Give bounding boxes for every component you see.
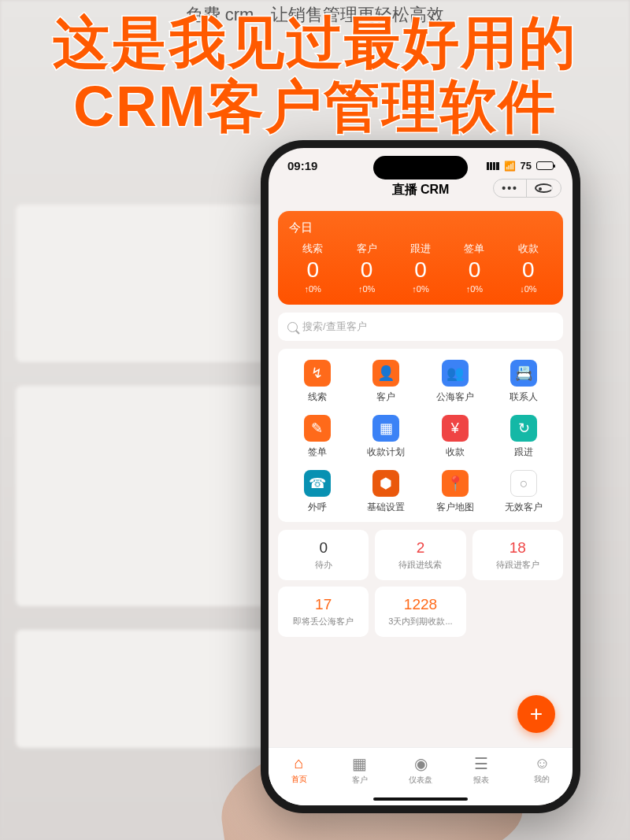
task-tiles-row-1: 0 待办2 待跟进线索18 待跟进客户 — [278, 530, 563, 580]
tab-label: 仪表盘 — [409, 775, 432, 784]
tile-number: 0 — [283, 539, 364, 557]
quick-item-label: 联系人 — [490, 390, 559, 404]
quick-item-label: 跟进 — [490, 446, 559, 459]
stat-label: 客户 — [339, 242, 393, 256]
app-header: 直播 CRM ••• — [269, 176, 573, 206]
quick-item-客户[interactable]: 👤 客户 — [352, 360, 421, 404]
tab-icon: ⌂ — [269, 754, 329, 772]
quick-item-签单[interactable]: ✎ 签单 — [283, 415, 352, 459]
tab-我的[interactable]: ☺我的 — [512, 748, 573, 796]
stat-label: 收款 — [502, 242, 555, 256]
quick-item-label: 签单 — [283, 446, 352, 459]
stat-delta: ↑0% — [394, 284, 447, 294]
tab-报表[interactable]: ☰报表 — [451, 748, 512, 796]
tab-客户[interactable]: ▦客户 — [329, 748, 390, 796]
stat-label: 签单 — [447, 242, 501, 256]
quick-item-跟进[interactable]: ↻ 跟进 — [490, 415, 559, 459]
signal-icon — [487, 162, 499, 170]
miniprogram-capsule[interactable]: ••• — [493, 179, 561, 198]
tile-number: 1228 — [380, 596, 461, 613]
tile-number: 18 — [477, 539, 558, 557]
收款计划-icon: ▦ — [372, 415, 399, 442]
tile-label: 即将丢公海客户 — [283, 616, 364, 627]
tab-首页[interactable]: ⌂首页 — [269, 748, 329, 796]
stat-value: 0 — [394, 257, 447, 283]
tile-label: 待跟进线索 — [380, 559, 461, 571]
quick-item-label: 收款 — [421, 446, 490, 459]
today-stats-card[interactable]: 今日 线索 0 ↑0%客户 0 ↑0%跟进 0 ↑0%签单 0 ↑0%收款 0 … — [278, 211, 563, 305]
tile-label: 3天内到期收款... — [380, 616, 461, 627]
tab-icon: ☰ — [451, 754, 512, 773]
bg-panel — [16, 205, 268, 362]
quick-item-联系人[interactable]: 📇 联系人 — [490, 360, 559, 404]
phone-screen: 09:19 75 直播 CRM ••• 今日 线索 0 ↑0%客户 0 ↑0%跟… — [269, 148, 573, 805]
客户地图-icon: 📍 — [442, 470, 469, 497]
status-indicators: 75 — [487, 160, 554, 172]
tab-icon: ☺ — [512, 754, 573, 772]
quick-actions-grid: ↯ 线索👤 客户👥 公海客户📇 联系人✎ 签单▦ 收款计划¥ 收款↻ 跟进☎ 外… — [278, 349, 563, 522]
fab-add-button[interactable]: + — [517, 695, 555, 733]
battery-icon — [536, 161, 554, 170]
quick-item-label: 外呼 — [283, 501, 352, 514]
task-tile-4[interactable]: 1228 3天内到期收款... — [375, 587, 465, 637]
tab-icon: ◉ — [390, 754, 450, 773]
task-tile-1[interactable]: 2 待跟进线索 — [375, 530, 465, 580]
task-tiles-row-2: 17 即将丢公海客户1228 3天内到期收款... — [278, 587, 563, 637]
quick-item-label: 收款计划 — [352, 446, 421, 459]
签单-icon: ✎ — [304, 415, 331, 442]
bg-panel — [16, 630, 268, 748]
quick-item-线索[interactable]: ↯ 线索 — [283, 360, 352, 404]
more-icon[interactable]: ••• — [494, 179, 527, 197]
quick-item-客户地图[interactable]: 📍 客户地图 — [421, 470, 490, 514]
stat-4[interactable]: 收款 0 ↓0% — [502, 242, 555, 294]
close-icon[interactable] — [527, 179, 561, 197]
tab-仪表盘[interactable]: ◉仪表盘 — [390, 748, 450, 796]
quick-item-label: 线索 — [283, 390, 352, 404]
quick-item-无效客户[interactable]: ○ 无效客户 — [490, 470, 559, 514]
tab-label: 报表 — [473, 775, 489, 784]
stat-delta: ↓0% — [502, 284, 555, 294]
battery-pct: 75 — [521, 160, 532, 172]
tile-number: 2 — [380, 539, 461, 557]
客户-icon: 👤 — [372, 360, 399, 387]
headline-line-2: CRM客户管理软件 — [0, 75, 630, 139]
stat-value: 0 — [447, 257, 501, 283]
quick-item-收款计划[interactable]: ▦ 收款计划 — [352, 415, 421, 459]
quick-item-基础设置[interactable]: ⬢ 基础设置 — [352, 470, 421, 514]
基础设置-icon: ⬢ — [372, 470, 399, 497]
tab-bar: ⌂首页▦客户◉仪表盘☰报表☺我的 — [269, 747, 573, 805]
search-input[interactable]: 搜索/查重客户 — [278, 313, 563, 341]
phone-frame: 09:19 75 直播 CRM ••• 今日 线索 0 ↑0%客户 0 ↑0%跟… — [261, 140, 580, 813]
tile-number: 17 — [283, 596, 364, 613]
bg-panel — [16, 386, 268, 606]
quick-item-label: 基础设置 — [352, 501, 421, 514]
stat-1[interactable]: 客户 0 ↑0% — [339, 242, 393, 294]
tab-icon: ▦ — [329, 754, 390, 773]
search-icon — [287, 322, 298, 332]
stat-3[interactable]: 签单 0 ↑0% — [447, 242, 501, 294]
stat-value: 0 — [286, 257, 339, 283]
tile-label: 待办 — [283, 559, 364, 571]
search-placeholder: 搜索/查重客户 — [302, 320, 367, 334]
stat-delta: ↑0% — [286, 284, 339, 294]
quick-item-公海客户[interactable]: 👥 公海客户 — [421, 360, 490, 404]
公海客户-icon: 👥 — [442, 360, 469, 387]
task-tile-0[interactable]: 0 待办 — [278, 530, 369, 580]
stat-delta: ↑0% — [447, 284, 501, 294]
stat-0[interactable]: 线索 0 ↑0% — [286, 242, 339, 294]
headline-overlay: 这是我见过最好用的 CRM客户管理软件 — [0, 11, 630, 138]
外呼-icon: ☎ — [304, 470, 331, 497]
收款-icon: ¥ — [442, 415, 469, 442]
tab-label: 客户 — [352, 775, 368, 784]
task-tile-3[interactable]: 17 即将丢公海客户 — [278, 587, 369, 637]
tile-label: 待跟进客户 — [477, 559, 558, 571]
stat-value: 0 — [339, 257, 393, 283]
quick-item-外呼[interactable]: ☎ 外呼 — [283, 470, 352, 514]
quick-item-收款[interactable]: ¥ 收款 — [421, 415, 490, 459]
tab-label: 首页 — [291, 775, 307, 783]
tab-label: 我的 — [534, 775, 550, 783]
home-indicator — [373, 797, 468, 801]
status-time: 09:19 — [287, 159, 317, 172]
task-tile-2[interactable]: 18 待跟进客户 — [472, 530, 563, 580]
stat-2[interactable]: 跟进 0 ↑0% — [394, 242, 447, 294]
